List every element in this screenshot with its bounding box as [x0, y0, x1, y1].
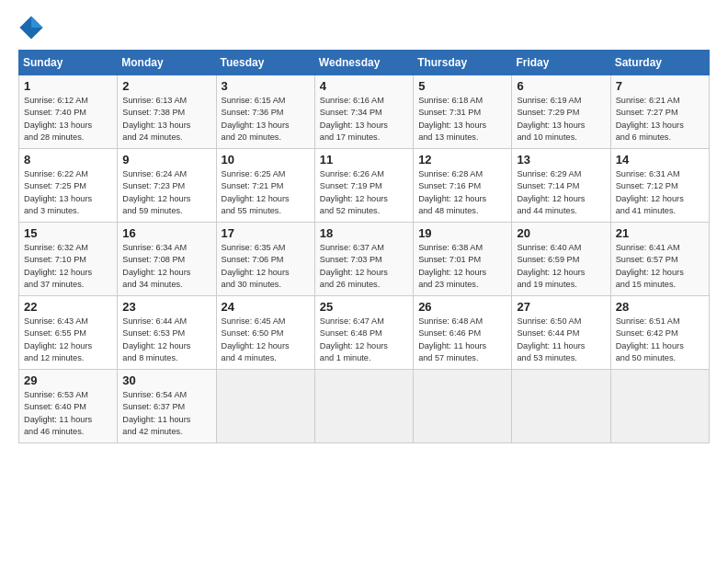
- day-info: Sunrise: 6:38 AM Sunset: 7:01 PM Dayligh…: [418, 242, 506, 291]
- day-info: Sunrise: 6:19 AM Sunset: 7:29 PM Dayligh…: [517, 95, 605, 144]
- day-cell: 2Sunrise: 6:13 AM Sunset: 7:38 PM Daylig…: [118, 75, 216, 149]
- day-cell: [512, 370, 610, 443]
- day-number: 4: [320, 79, 408, 93]
- day-cell: 12Sunrise: 6:28 AM Sunset: 7:16 PM Dayli…: [414, 149, 512, 223]
- header-cell-monday: Monday: [118, 51, 216, 75]
- day-info: Sunrise: 6:31 AM Sunset: 7:12 PM Dayligh…: [616, 168, 704, 217]
- day-number: 24: [222, 300, 310, 314]
- day-info: Sunrise: 6:15 AM Sunset: 7:36 PM Dayligh…: [222, 95, 310, 144]
- day-number: 3: [222, 79, 310, 93]
- day-info: Sunrise: 6:25 AM Sunset: 7:21 PM Dayligh…: [222, 168, 310, 217]
- logo: [18, 15, 48, 40]
- day-cell: 9Sunrise: 6:24 AM Sunset: 7:23 PM Daylig…: [118, 149, 216, 223]
- day-number: 2: [122, 79, 210, 93]
- day-number: 1: [24, 79, 112, 93]
- day-cell: [610, 370, 709, 443]
- day-info: Sunrise: 6:18 AM Sunset: 7:31 PM Dayligh…: [418, 95, 506, 144]
- day-cell: 7Sunrise: 6:21 AM Sunset: 7:27 PM Daylig…: [610, 75, 709, 149]
- day-cell: [314, 370, 413, 443]
- calendar-body: 1Sunrise: 6:12 AM Sunset: 7:40 PM Daylig…: [19, 75, 710, 443]
- page: SundayMondayTuesdayWednesdayThursdayFrid…: [0, 0, 728, 453]
- day-info: Sunrise: 6:32 AM Sunset: 7:10 PM Dayligh…: [24, 242, 112, 291]
- day-cell: 30Sunrise: 6:54 AM Sunset: 6:37 PM Dayli…: [118, 370, 216, 443]
- day-cell: 22Sunrise: 6:43 AM Sunset: 6:55 PM Dayli…: [19, 296, 118, 370]
- day-number: 10: [222, 153, 310, 167]
- day-number: 6: [517, 79, 605, 93]
- day-info: Sunrise: 6:48 AM Sunset: 6:46 PM Dayligh…: [418, 316, 506, 364]
- day-cell: 4Sunrise: 6:16 AM Sunset: 7:34 PM Daylig…: [314, 75, 413, 149]
- day-info: Sunrise: 6:29 AM Sunset: 7:14 PM Dayligh…: [517, 168, 605, 217]
- day-info: Sunrise: 6:34 AM Sunset: 7:08 PM Dayligh…: [122, 242, 210, 291]
- day-cell: 17Sunrise: 6:35 AM Sunset: 7:06 PM Dayli…: [216, 223, 314, 296]
- day-cell: 14Sunrise: 6:31 AM Sunset: 7:12 PM Dayli…: [610, 149, 709, 223]
- calendar-table: SundayMondayTuesdayWednesdayThursdayFrid…: [18, 50, 710, 443]
- header-cell-saturday: Saturday: [610, 51, 709, 75]
- day-number: 26: [418, 300, 506, 314]
- week-row-3: 15Sunrise: 6:32 AM Sunset: 7:10 PM Dayli…: [19, 223, 710, 296]
- day-info: Sunrise: 6:41 AM Sunset: 6:57 PM Dayligh…: [616, 242, 704, 291]
- header: [18, 15, 710, 40]
- day-cell: 18Sunrise: 6:37 AM Sunset: 7:03 PM Dayli…: [314, 223, 413, 296]
- day-info: Sunrise: 6:21 AM Sunset: 7:27 PM Dayligh…: [616, 95, 704, 144]
- header-cell-friday: Friday: [512, 51, 610, 75]
- day-number: 29: [24, 373, 112, 387]
- day-number: 19: [418, 226, 506, 240]
- day-info: Sunrise: 6:16 AM Sunset: 7:34 PM Dayligh…: [320, 95, 408, 144]
- day-number: 27: [517, 300, 605, 314]
- day-number: 9: [122, 153, 210, 167]
- day-info: Sunrise: 6:51 AM Sunset: 6:42 PM Dayligh…: [616, 316, 704, 364]
- header-cell-sunday: Sunday: [19, 51, 118, 75]
- day-info: Sunrise: 6:54 AM Sunset: 6:37 PM Dayligh…: [122, 389, 210, 438]
- day-cell: 3Sunrise: 6:15 AM Sunset: 7:36 PM Daylig…: [216, 75, 314, 149]
- header-cell-thursday: Thursday: [414, 51, 512, 75]
- day-cell: 16Sunrise: 6:34 AM Sunset: 7:08 PM Dayli…: [118, 223, 216, 296]
- day-info: Sunrise: 6:44 AM Sunset: 6:53 PM Dayligh…: [122, 316, 210, 364]
- day-cell: [414, 370, 512, 443]
- day-number: 13: [517, 153, 605, 167]
- day-info: Sunrise: 6:35 AM Sunset: 7:06 PM Dayligh…: [222, 242, 310, 291]
- day-number: 22: [24, 300, 112, 314]
- day-info: Sunrise: 6:28 AM Sunset: 7:16 PM Dayligh…: [418, 168, 506, 217]
- day-cell: 19Sunrise: 6:38 AM Sunset: 7:01 PM Dayli…: [414, 223, 512, 296]
- day-cell: 24Sunrise: 6:45 AM Sunset: 6:50 PM Dayli…: [216, 296, 314, 370]
- day-cell: 11Sunrise: 6:26 AM Sunset: 7:19 PM Dayli…: [314, 149, 413, 223]
- day-cell: 1Sunrise: 6:12 AM Sunset: 7:40 PM Daylig…: [19, 75, 118, 149]
- day-number: 17: [222, 226, 310, 240]
- day-cell: 10Sunrise: 6:25 AM Sunset: 7:21 PM Dayli…: [216, 149, 314, 223]
- day-number: 25: [320, 300, 408, 314]
- day-number: 14: [616, 153, 704, 167]
- day-number: 21: [616, 226, 704, 240]
- calendar-header: SundayMondayTuesdayWednesdayThursdayFrid…: [19, 51, 710, 75]
- day-number: 18: [320, 226, 408, 240]
- header-cell-wednesday: Wednesday: [314, 51, 413, 75]
- header-cell-tuesday: Tuesday: [216, 51, 314, 75]
- day-info: Sunrise: 6:43 AM Sunset: 6:55 PM Dayligh…: [24, 316, 112, 364]
- day-number: 5: [418, 79, 506, 93]
- day-cell: 6Sunrise: 6:19 AM Sunset: 7:29 PM Daylig…: [512, 75, 610, 149]
- day-info: Sunrise: 6:24 AM Sunset: 7:23 PM Dayligh…: [122, 168, 210, 217]
- day-info: Sunrise: 6:53 AM Sunset: 6:40 PM Dayligh…: [24, 389, 112, 438]
- day-info: Sunrise: 6:45 AM Sunset: 6:50 PM Dayligh…: [222, 316, 310, 364]
- svg-marker-1: [31, 16, 43, 28]
- day-number: 20: [517, 226, 605, 240]
- day-info: Sunrise: 6:12 AM Sunset: 7:40 PM Dayligh…: [24, 95, 112, 144]
- day-info: Sunrise: 6:40 AM Sunset: 6:59 PM Dayligh…: [517, 242, 605, 291]
- day-cell: 27Sunrise: 6:50 AM Sunset: 6:44 PM Dayli…: [512, 296, 610, 370]
- day-number: 30: [122, 373, 210, 387]
- day-info: Sunrise: 6:47 AM Sunset: 6:48 PM Dayligh…: [320, 316, 408, 364]
- day-number: 7: [616, 79, 704, 93]
- day-cell: 13Sunrise: 6:29 AM Sunset: 7:14 PM Dayli…: [512, 149, 610, 223]
- week-row-1: 1Sunrise: 6:12 AM Sunset: 7:40 PM Daylig…: [19, 75, 710, 149]
- day-number: 23: [122, 300, 210, 314]
- day-number: 8: [24, 153, 112, 167]
- day-cell: 15Sunrise: 6:32 AM Sunset: 7:10 PM Dayli…: [19, 223, 118, 296]
- day-cell: 29Sunrise: 6:53 AM Sunset: 6:40 PM Dayli…: [19, 370, 118, 443]
- day-info: Sunrise: 6:37 AM Sunset: 7:03 PM Dayligh…: [320, 242, 408, 291]
- day-number: 12: [418, 153, 506, 167]
- day-cell: 8Sunrise: 6:22 AM Sunset: 7:25 PM Daylig…: [19, 149, 118, 223]
- day-cell: [216, 370, 314, 443]
- day-cell: 23Sunrise: 6:44 AM Sunset: 6:53 PM Dayli…: [118, 296, 216, 370]
- day-cell: 21Sunrise: 6:41 AM Sunset: 6:57 PM Dayli…: [610, 223, 709, 296]
- week-row-4: 22Sunrise: 6:43 AM Sunset: 6:55 PM Dayli…: [19, 296, 710, 370]
- day-info: Sunrise: 6:22 AM Sunset: 7:25 PM Dayligh…: [24, 168, 112, 217]
